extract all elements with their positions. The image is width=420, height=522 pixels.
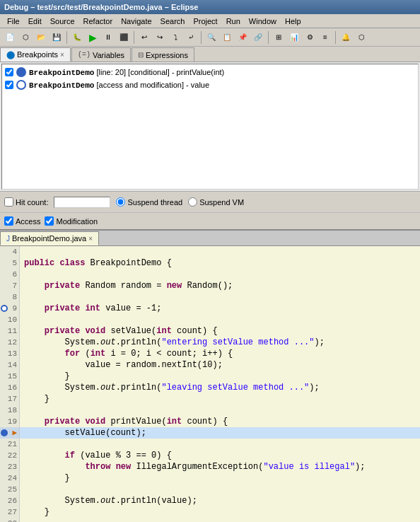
gutter-24: 24 <box>0 472 20 484</box>
code-line-10: 10 <box>0 314 420 325</box>
toolbar-btn-15[interactable]: ⊞ <box>272 30 286 45</box>
toolbar: 📄 ⬡ 📂 💾 🐛 ▶ ⏸ ⬛ ↩ ↪ ⤵ ⤶ 🔍 📋 📌 🔗 ⊞ 📊 ⚙ ≡ … <box>0 28 420 47</box>
bp-text-2: BreakpointDemo [access and modification]… <box>29 81 209 90</box>
tab-variables-label: Variables <box>93 51 124 59</box>
menu-help[interactable]: Help <box>281 16 305 26</box>
editor-tab-main[interactable]: J BreakpointDemo.java × <box>0 231 99 245</box>
editor-tab-label: BreakpointDemo.java <box>12 234 86 243</box>
code-editor[interactable]: 4 5 public class BreakpointDemo { 6 7 pr… <box>0 246 420 522</box>
access-checkbox[interactable] <box>4 216 13 226</box>
menu-run[interactable]: Run <box>222 16 245 26</box>
toolbar-btn-run[interactable]: ▶ <box>86 30 100 45</box>
modification-checkbox[interactable] <box>45 216 54 226</box>
toolbar-btn-4[interactable]: 💾 <box>49 30 64 45</box>
menu-project[interactable]: Project <box>189 16 221 26</box>
code-content-9: private int value = -1; <box>20 303 161 314</box>
expressions-icon: ⊟ <box>138 51 144 59</box>
code-content-14: value = random.nextInt(10); <box>20 359 223 371</box>
toolbar-btn-11[interactable]: 🔍 <box>204 30 218 45</box>
menu-source[interactable]: Source <box>46 16 79 26</box>
toolbar-btn-14[interactable]: 🔗 <box>251 30 265 45</box>
toolbar-btn-12[interactable]: 📋 <box>220 30 234 45</box>
toolbar-btn-20[interactable]: ⬡ <box>354 30 368 45</box>
toolbar-sep-2 <box>134 31 134 44</box>
gutter-27: 27 <box>0 506 20 518</box>
code-line-16: 16 System.out.println("leaving setValue … <box>0 382 420 393</box>
tab-expressions[interactable]: ⊟ Expressions <box>132 47 194 62</box>
toolbar-btn-18[interactable]: ≡ <box>318 30 332 45</box>
gutter-28: 28 <box>0 518 20 522</box>
gutter-8: 8 <box>0 291 20 303</box>
hit-count-checkbox[interactable] <box>4 197 13 207</box>
menu-edit[interactable]: Edit <box>24 16 46 26</box>
code-content-13: for (int i = 0; i < count; i++) { <box>20 348 233 359</box>
toolbar-btn-5[interactable]: ⏸ <box>101 30 115 45</box>
code-line-14: 14 value = random.nextInt(10); <box>0 359 420 371</box>
menu-refactor[interactable]: Refactor <box>79 16 117 26</box>
toolbar-btn-debug[interactable]: 🐛 <box>70 30 84 45</box>
access-label: Access <box>4 216 40 226</box>
code-line-17: 17 } <box>0 393 420 405</box>
tab-variables[interactable]: (=) Variables <box>71 47 131 62</box>
menu-file[interactable]: File <box>3 16 24 26</box>
code-line-4: 4 <box>0 246 420 257</box>
toolbar-btn-7[interactable]: ↩ <box>137 30 151 45</box>
title-bar: Debug – test/src/test/BreakpointDemo.jav… <box>0 0 420 14</box>
suspend-thread-text: Suspend thread <box>127 198 182 207</box>
bp-item-2[interactable]: BreakpointDemo [access and modification]… <box>2 79 418 91</box>
bp-access-icon <box>16 80 26 90</box>
toolbar-btn-17[interactable]: ⚙ <box>303 30 317 45</box>
bp-controls-row2: Access Modification <box>0 212 420 229</box>
code-content-18 <box>20 405 29 416</box>
code-line-22: 22 if (value % 3 == 0) { <box>0 450 420 461</box>
code-line-6: 6 <box>0 269 420 280</box>
gutter-7: 7 <box>0 280 20 291</box>
code-content-19: private void printValue(int count) { <box>20 416 228 427</box>
bp-filled-icon <box>16 67 26 77</box>
toolbar-btn-9[interactable]: ⤵ <box>168 30 182 45</box>
toolbar-btn-19[interactable]: 🔔 <box>339 30 353 45</box>
hit-count-text: Hit count: <box>16 198 48 207</box>
access-bp-marker-9 <box>1 305 8 312</box>
editor-tab-close[interactable]: × <box>88 235 93 243</box>
menu-window[interactable]: Window <box>245 16 281 26</box>
bp-item-1[interactable]: BreakpointDemo [line: 20] [conditional] … <box>2 66 418 79</box>
toolbar-btn-8[interactable]: ↪ <box>153 30 167 45</box>
toolbar-sep-4 <box>268 31 269 44</box>
bp-dot-20 <box>1 429 8 436</box>
suspend-thread-label: Suspend thread <box>116 197 182 207</box>
code-content-28 <box>20 518 29 522</box>
suspend-vm-radio[interactable] <box>188 197 197 207</box>
gutter-6: 6 <box>0 269 20 280</box>
bp-checkbox-2[interactable] <box>5 81 13 89</box>
menu-search[interactable]: Search <box>156 16 189 26</box>
toolbar-btn-10[interactable]: ⤶ <box>184 30 198 45</box>
toolbar-btn-3[interactable]: 📂 <box>34 30 48 45</box>
code-content-25 <box>20 484 29 495</box>
toolbar-btn-16[interactable]: 📊 <box>287 30 301 45</box>
menu-navigate[interactable]: Navigate <box>117 16 156 26</box>
toolbar-sep-5 <box>335 31 336 44</box>
bp-checkbox-1[interactable] <box>5 68 13 76</box>
toolbar-btn-1[interactable]: 📄 <box>3 30 17 45</box>
suspend-thread-radio[interactable] <box>116 197 125 207</box>
panel-area: ⬤ Breakpoints × (=) Variables ⊟ Expressi… <box>0 47 420 231</box>
gutter-12: 12 <box>0 337 20 348</box>
toolbar-sep-3 <box>201 31 202 44</box>
gutter-21: 21 <box>0 439 20 450</box>
code-line-9: 9 private int value = -1; <box>0 303 420 314</box>
bp-controls-row1: Hit count: Suspend thread Suspend VM <box>0 191 420 212</box>
hit-count-input[interactable] <box>54 197 110 208</box>
code-line-5: 5 public class BreakpointDemo { <box>0 257 420 269</box>
toolbar-btn-2[interactable]: ⬡ <box>18 30 33 45</box>
toolbar-btn-6[interactable]: ⬛ <box>117 30 131 45</box>
code-content-11: private void setValue(int count) { <box>20 325 218 337</box>
code-content-27: } <box>20 506 49 518</box>
tab-breakpoints[interactable]: ⬤ Breakpoints × <box>0 47 71 62</box>
gutter-11: 11 <box>0 325 20 337</box>
tab-breakpoints-close[interactable]: × <box>60 51 64 59</box>
code-content-8 <box>20 291 29 303</box>
toolbar-btn-13[interactable]: 📌 <box>235 30 250 45</box>
code-line-19: 19 private void printValue(int count) { <box>0 416 420 427</box>
gutter-13: 13 <box>0 348 20 359</box>
